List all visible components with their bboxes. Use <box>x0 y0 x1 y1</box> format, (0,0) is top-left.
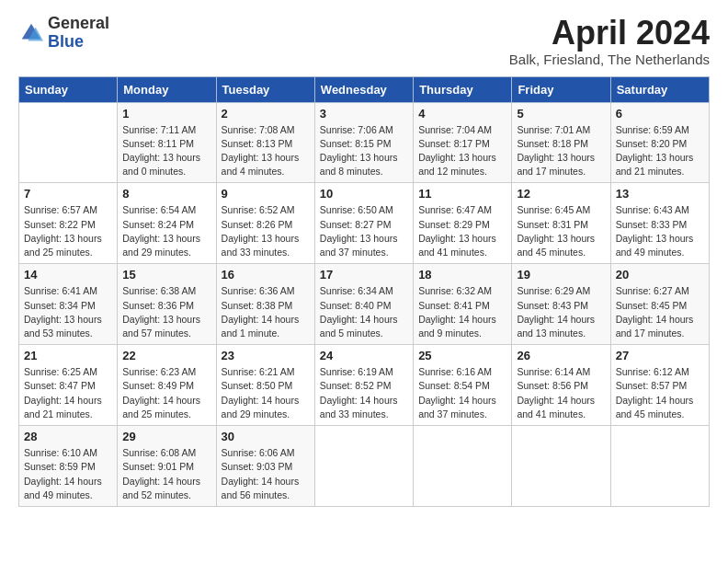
calendar-cell: 26Sunrise: 6:14 AMSunset: 8:56 PMDayligh… <box>512 345 610 426</box>
header-day-friday: Friday <box>512 76 610 102</box>
day-info: Sunrise: 6:23 AMSunset: 8:49 PMDaylight:… <box>122 365 210 421</box>
header-day-tuesday: Tuesday <box>216 76 314 102</box>
day-info: Sunrise: 6:16 AMSunset: 8:54 PMDaylight:… <box>418 365 506 421</box>
day-number: 24 <box>320 349 408 362</box>
day-number: 5 <box>517 107 605 121</box>
day-number: 20 <box>616 268 704 282</box>
day-info: Sunrise: 6:08 AMSunset: 9:01 PMDaylight:… <box>122 446 210 502</box>
calendar-cell: 27Sunrise: 6:12 AMSunset: 8:57 PMDayligh… <box>610 345 709 426</box>
day-info: Sunrise: 6:06 AMSunset: 9:03 PMDaylight:… <box>222 446 310 502</box>
calendar-week-row: 21Sunrise: 6:25 AMSunset: 8:47 PMDayligh… <box>19 345 710 426</box>
calendar-cell: 16Sunrise: 6:36 AMSunset: 8:38 PMDayligh… <box>216 264 314 345</box>
day-info: Sunrise: 6:10 AMSunset: 8:59 PMDaylight:… <box>24 446 112 502</box>
header-day-sunday: Sunday <box>19 76 118 102</box>
calendar-cell: 28Sunrise: 6:10 AMSunset: 8:59 PMDayligh… <box>19 426 118 507</box>
day-number: 25 <box>418 349 506 362</box>
day-number: 16 <box>222 268 310 282</box>
calendar-cell: 19Sunrise: 6:29 AMSunset: 8:43 PMDayligh… <box>512 264 610 345</box>
logo-general-text: General <box>48 14 109 32</box>
calendar-cell: 11Sunrise: 6:47 AMSunset: 8:29 PMDayligh… <box>414 183 512 264</box>
day-number: 1 <box>122 107 210 121</box>
header-day-saturday: Saturday <box>610 76 709 102</box>
day-number: 14 <box>24 268 112 282</box>
day-info: Sunrise: 6:43 AMSunset: 8:33 PMDaylight:… <box>616 203 704 259</box>
day-info: Sunrise: 7:08 AMSunset: 8:13 PMDaylight:… <box>222 123 310 179</box>
day-number: 3 <box>320 107 408 121</box>
title-block: April 2024 Balk, Friesland, The Netherla… <box>509 15 710 67</box>
calendar-cell <box>512 426 610 507</box>
calendar-cell: 18Sunrise: 6:32 AMSunset: 8:41 PMDayligh… <box>414 264 512 345</box>
calendar-cell <box>414 426 512 507</box>
day-info: Sunrise: 7:11 AMSunset: 8:11 PMDaylight:… <box>122 123 210 179</box>
calendar-cell: 9Sunrise: 6:52 AMSunset: 8:26 PMDaylight… <box>216 183 314 264</box>
location-text: Balk, Friesland, The Netherlands <box>509 52 710 67</box>
calendar-cell: 7Sunrise: 6:57 AMSunset: 8:22 PMDaylight… <box>19 183 118 264</box>
day-info: Sunrise: 6:32 AMSunset: 8:41 PMDaylight:… <box>418 284 506 340</box>
calendar-header-row: SundayMondayTuesdayWednesdayThursdayFrid… <box>19 76 710 102</box>
day-info: Sunrise: 6:52 AMSunset: 8:26 PMDaylight:… <box>222 203 310 259</box>
day-info: Sunrise: 6:34 AMSunset: 8:40 PMDaylight:… <box>320 284 408 340</box>
day-number: 28 <box>24 430 112 443</box>
calendar-cell: 22Sunrise: 6:23 AMSunset: 8:49 PMDayligh… <box>118 345 216 426</box>
calendar-cell <box>314 426 413 507</box>
day-number: 6 <box>616 107 704 121</box>
logo-blue-text: Blue <box>48 32 84 51</box>
day-number: 7 <box>24 187 112 201</box>
calendar-cell: 25Sunrise: 6:16 AMSunset: 8:54 PMDayligh… <box>414 345 512 426</box>
day-info: Sunrise: 6:21 AMSunset: 8:50 PMDaylight:… <box>222 365 310 421</box>
day-number: 2 <box>222 107 310 121</box>
header-day-wednesday: Wednesday <box>314 76 413 102</box>
day-number: 21 <box>24 349 112 362</box>
day-info: Sunrise: 7:06 AMSunset: 8:15 PMDaylight:… <box>320 123 408 179</box>
calendar-cell: 20Sunrise: 6:27 AMSunset: 8:45 PMDayligh… <box>610 264 709 345</box>
day-number: 10 <box>320 187 408 201</box>
calendar-cell: 30Sunrise: 6:06 AMSunset: 9:03 PMDayligh… <box>216 426 314 507</box>
month-title: April 2024 <box>509 15 710 52</box>
calendar-cell: 21Sunrise: 6:25 AMSunset: 8:47 PMDayligh… <box>19 345 118 426</box>
day-number: 29 <box>122 430 210 443</box>
calendar-cell: 13Sunrise: 6:43 AMSunset: 8:33 PMDayligh… <box>610 183 709 264</box>
calendar-cell: 15Sunrise: 6:38 AMSunset: 8:36 PMDayligh… <box>118 264 216 345</box>
day-info: Sunrise: 6:29 AMSunset: 8:43 PMDaylight:… <box>517 284 605 340</box>
day-info: Sunrise: 6:45 AMSunset: 8:31 PMDaylight:… <box>517 203 605 259</box>
day-info: Sunrise: 6:50 AMSunset: 8:27 PMDaylight:… <box>320 203 408 259</box>
day-info: Sunrise: 7:01 AMSunset: 8:18 PMDaylight:… <box>517 123 605 179</box>
calendar-cell: 24Sunrise: 6:19 AMSunset: 8:52 PMDayligh… <box>314 345 413 426</box>
day-info: Sunrise: 6:27 AMSunset: 8:45 PMDaylight:… <box>616 284 704 340</box>
calendar-cell <box>610 426 709 507</box>
day-info: Sunrise: 6:14 AMSunset: 8:56 PMDaylight:… <box>517 365 605 421</box>
day-number: 15 <box>122 268 210 282</box>
day-number: 8 <box>122 187 210 201</box>
day-info: Sunrise: 7:04 AMSunset: 8:17 PMDaylight:… <box>418 123 506 179</box>
calendar-cell: 23Sunrise: 6:21 AMSunset: 8:50 PMDayligh… <box>216 345 314 426</box>
day-number: 19 <box>517 268 605 282</box>
calendar-week-row: 28Sunrise: 6:10 AMSunset: 8:59 PMDayligh… <box>19 426 710 507</box>
calendar-cell: 17Sunrise: 6:34 AMSunset: 8:40 PMDayligh… <box>314 264 413 345</box>
day-info: Sunrise: 6:47 AMSunset: 8:29 PMDaylight:… <box>418 203 506 259</box>
day-number: 4 <box>418 107 506 121</box>
calendar-cell: 8Sunrise: 6:54 AMSunset: 8:24 PMDaylight… <box>118 183 216 264</box>
day-number: 11 <box>418 187 506 201</box>
calendar-week-row: 14Sunrise: 6:41 AMSunset: 8:34 PMDayligh… <box>19 264 710 345</box>
day-number: 27 <box>616 349 704 362</box>
day-number: 22 <box>122 349 210 362</box>
calendar-week-row: 1Sunrise: 7:11 AMSunset: 8:11 PMDaylight… <box>19 102 710 183</box>
calendar-cell: 2Sunrise: 7:08 AMSunset: 8:13 PMDaylight… <box>216 102 314 183</box>
calendar-cell: 1Sunrise: 7:11 AMSunset: 8:11 PMDaylight… <box>118 102 216 183</box>
day-number: 9 <box>222 187 310 201</box>
day-number: 26 <box>517 349 605 362</box>
day-number: 17 <box>320 268 408 282</box>
calendar-cell: 4Sunrise: 7:04 AMSunset: 8:17 PMDaylight… <box>414 102 512 183</box>
calendar-cell: 12Sunrise: 6:45 AMSunset: 8:31 PMDayligh… <box>512 183 610 264</box>
day-number: 30 <box>222 430 310 443</box>
calendar-cell <box>19 102 118 183</box>
day-number: 18 <box>418 268 506 282</box>
calendar-cell: 3Sunrise: 7:06 AMSunset: 8:15 PMDaylight… <box>314 102 413 183</box>
calendar-cell: 10Sunrise: 6:50 AMSunset: 8:27 PMDayligh… <box>314 183 413 264</box>
day-info: Sunrise: 6:54 AMSunset: 8:24 PMDaylight:… <box>122 203 210 259</box>
calendar-week-row: 7Sunrise: 6:57 AMSunset: 8:22 PMDaylight… <box>19 183 710 264</box>
day-info: Sunrise: 6:12 AMSunset: 8:57 PMDaylight:… <box>616 365 704 421</box>
day-info: Sunrise: 6:57 AMSunset: 8:22 PMDaylight:… <box>24 203 112 259</box>
logo-icon <box>18 20 44 46</box>
day-number: 23 <box>222 349 310 362</box>
